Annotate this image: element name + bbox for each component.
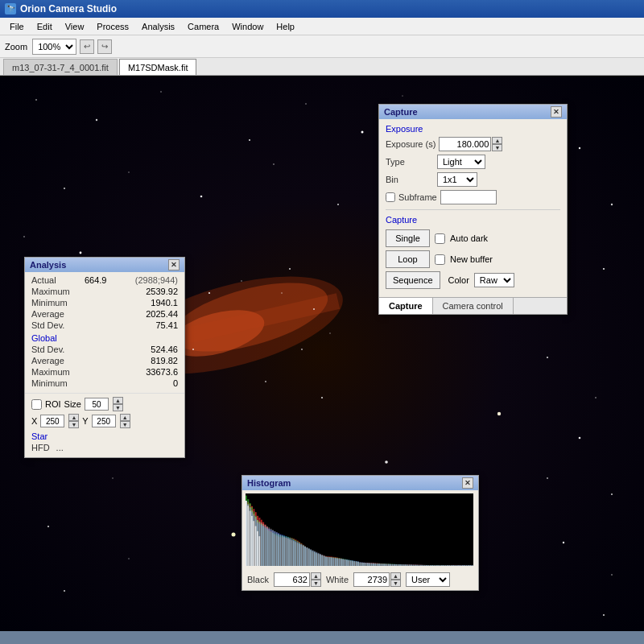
redo-button[interactable]: ↪ (97, 39, 112, 54)
subframe-checkbox[interactable] (386, 192, 395, 202)
menu-edit[interactable]: Edit (31, 20, 59, 33)
exposure-section-label: Exposure (386, 124, 560, 134)
menu-analysis[interactable]: Analysis (135, 20, 181, 33)
actual-coords: (2988;944) (135, 275, 178, 285)
minimum-label: Minimum (31, 298, 68, 308)
roi-xy-row: X ▲ ▼ Y ▲ ▼ (31, 414, 178, 428)
tab-capture[interactable]: Capture (379, 298, 433, 314)
white-spin: ▲ ▼ (353, 572, 401, 587)
menu-camera[interactable]: Camera (181, 20, 225, 33)
exposure-input[interactable] (439, 137, 491, 151)
stddev-label: Std Dev. (31, 320, 64, 330)
svg-point-60 (321, 397, 323, 398)
average-value: 2025.44 (146, 309, 178, 319)
svg-point-51 (281, 292, 283, 294)
roi-x-down[interactable]: ▼ (68, 421, 79, 428)
bin-row: Bin 1x1 2x2 3x3 (386, 172, 560, 187)
maximum-row: Maximum 2539.92 (31, 287, 178, 296)
loop-button[interactable]: Loop (386, 250, 430, 268)
menu-help[interactable]: Help (270, 20, 301, 33)
capture-panel-title[interactable]: Capture ✕ (379, 105, 567, 119)
white-down[interactable]: ▼ (390, 580, 401, 587)
svg-point-53 (329, 332, 330, 333)
color-select[interactable]: Raw RGB (474, 273, 514, 287)
exposure-up[interactable]: ▲ (492, 137, 502, 144)
roi-y-up[interactable]: ▲ (120, 414, 130, 421)
zoom-label: Zoom (5, 42, 27, 52)
g-minimum-label: Minimum (31, 378, 68, 388)
analysis-panel-title[interactable]: Analysis ✕ (25, 258, 184, 272)
svg-point-59 (265, 381, 266, 382)
roi-size-up[interactable]: ▲ (113, 397, 123, 404)
svg-point-24 (603, 268, 605, 270)
svg-point-14 (337, 204, 339, 205)
menu-window[interactable]: Window (225, 20, 270, 33)
exposure-row: Exposure (s) ▲ ▼ (386, 137, 560, 151)
exposure-spin: ▲ ▼ (439, 137, 502, 151)
g-average-row: Average 819.82 (31, 356, 178, 365)
svg-point-50 (241, 280, 242, 281)
subframe-input[interactable] (440, 190, 497, 204)
svg-point-19 (23, 236, 25, 237)
roi-row: ROI Size ▲ ▼ (31, 397, 178, 411)
tab-m13[interactable]: m13_07-31-7_4_0001.fit (3, 59, 118, 75)
svg-point-29 (547, 357, 548, 358)
svg-point-18 (611, 204, 613, 205)
svg-point-43 (497, 412, 501, 415)
histogram-footer: Black ▲ ▼ White ▲ ▼ User Auto Linear (242, 569, 478, 590)
menu-file[interactable]: File (3, 20, 31, 33)
white-input[interactable] (353, 572, 390, 587)
maximum-value: 2539.92 (146, 287, 178, 296)
capture-panel-tabs: Capture Camera control (379, 297, 567, 314)
svg-point-37 (611, 574, 613, 576)
menu-process[interactable]: Process (90, 20, 135, 33)
subframe-label: Subframe (398, 192, 437, 202)
histogram-panel-title[interactable]: Histogram ✕ (242, 476, 478, 490)
white-up[interactable]: ▲ (390, 572, 401, 580)
tab-camera-control[interactable]: Camera control (433, 298, 514, 314)
app-icon: 🔭 (5, 3, 16, 14)
svg-point-38 (64, 590, 65, 592)
sequence-button[interactable]: Sequence (386, 271, 440, 289)
roi-size-input[interactable] (85, 398, 109, 411)
roi-x-input[interactable] (40, 415, 64, 427)
roi-x-up[interactable]: ▲ (68, 414, 79, 421)
bin-select[interactable]: 1x1 2x2 3x3 (437, 172, 477, 187)
capture-panel-close[interactable]: ✕ (551, 106, 562, 118)
svg-point-28 (112, 477, 113, 478)
roi-y-input[interactable] (92, 415, 116, 427)
roi-y-down[interactable]: ▼ (120, 421, 130, 428)
g-average-value: 819.82 (151, 356, 178, 365)
black-down[interactable]: ▼ (311, 580, 321, 587)
type-row: Type Light Dark Bias Flat (386, 155, 560, 169)
minimum-row: Minimum 1940.1 (31, 298, 178, 308)
analysis-panel-close[interactable]: ✕ (168, 259, 180, 270)
exposure-down[interactable]: ▼ (492, 144, 502, 151)
tab-m17[interactable]: M17SDMask.fit (119, 59, 197, 75)
histogram-canvas (246, 493, 473, 566)
undo-button[interactable]: ↩ (80, 39, 94, 54)
g-average-label: Average (31, 356, 64, 365)
histogram-mode-select[interactable]: User Auto Linear (406, 572, 450, 587)
new-buffer-checkbox[interactable] (435, 254, 445, 265)
svg-point-34 (47, 526, 49, 527)
histogram-panel-close[interactable]: ✕ (462, 477, 473, 489)
menu-view[interactable]: View (59, 20, 91, 33)
roi-checkbox[interactable] (31, 399, 42, 410)
hfd-row: HFD ... (31, 443, 178, 452)
maximum-label: Maximum (31, 287, 70, 296)
svg-point-13 (273, 163, 275, 165)
svg-point-0 (35, 99, 37, 101)
app-title: Orion Camera Studio (20, 3, 117, 14)
black-up[interactable]: ▲ (311, 572, 321, 580)
main-canvas-area: Capture ✕ Exposure Exposure (s) ▲ ▼ Type… (0, 76, 644, 631)
svg-point-40 (232, 533, 236, 537)
black-input[interactable] (274, 572, 310, 587)
svg-point-54 (301, 349, 303, 350)
single-button[interactable]: Single (386, 229, 430, 247)
zoom-select[interactable]: 100% 50% 200% (32, 39, 76, 55)
type-select[interactable]: Light Dark Bias Flat (437, 155, 485, 169)
svg-point-39 (603, 614, 605, 616)
auto-dark-checkbox[interactable] (435, 233, 445, 244)
roi-size-down[interactable]: ▼ (113, 404, 123, 411)
